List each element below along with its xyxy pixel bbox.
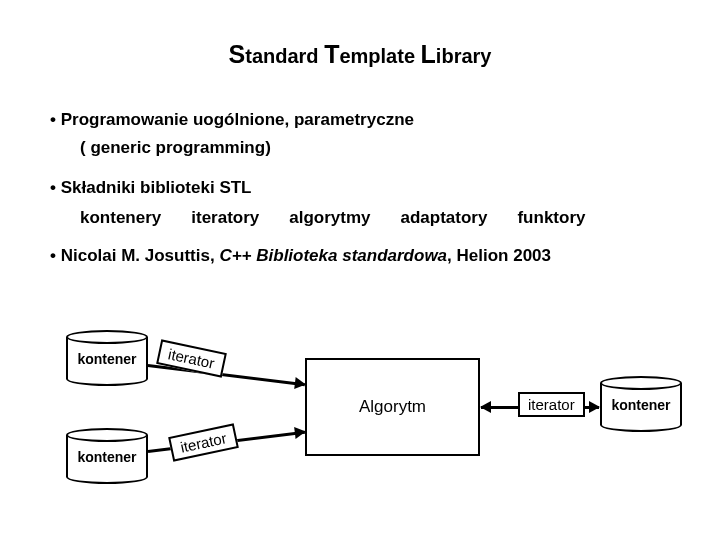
container-cylinder-top-left: kontener bbox=[66, 330, 148, 386]
iterator-tag-bottom-left: iterator bbox=[168, 423, 238, 461]
bullet-generic-programming-sub: ( generic programming) bbox=[80, 138, 690, 158]
component-kontenery: kontenery bbox=[80, 208, 161, 228]
bullet-reference: Nicolai M. Josuttis, C++ Biblioteka stan… bbox=[50, 246, 690, 266]
container-cylinder-bottom-left: kontener bbox=[66, 428, 148, 484]
component-funktory: funktory bbox=[517, 208, 585, 228]
bullet-list: Programowanie uogólnione, parametryczne … bbox=[50, 110, 690, 266]
algorithm-box: Algorytm bbox=[305, 358, 480, 456]
iterator-tag-right: iterator bbox=[518, 392, 585, 417]
bullet-generic-programming: Programowanie uogólnione, parametryczne bbox=[50, 110, 690, 130]
container-cylinder-right: kontener bbox=[600, 376, 682, 432]
arrow-top-left-to-algo bbox=[148, 364, 305, 386]
stl-diagram: kontener kontener kontener Algorytm iter… bbox=[40, 330, 690, 520]
component-algorytmy: algorytmy bbox=[289, 208, 370, 228]
slide-title: Standard Template Library bbox=[0, 40, 720, 69]
component-iteratory: iteratory bbox=[191, 208, 259, 228]
components-row: kontenery iteratory algorytmy adaptatory… bbox=[80, 208, 690, 228]
bullet-components: Składniki biblioteki STL bbox=[50, 178, 690, 198]
component-adaptatory: adaptatory bbox=[401, 208, 488, 228]
